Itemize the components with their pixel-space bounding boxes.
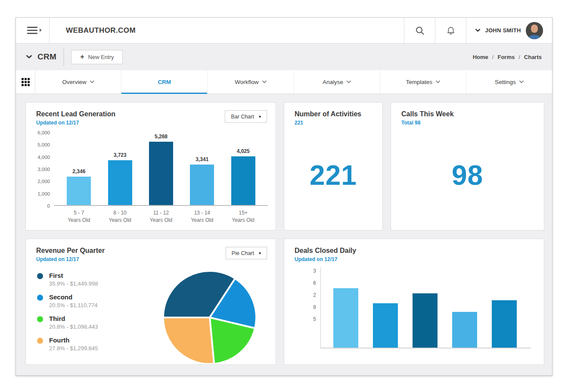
user-menu[interactable]: JOHN SMITH xyxy=(466,18,552,43)
legend-item-second: Second 20.5% - $1,110,774 xyxy=(37,293,152,308)
y-tick-label: 2 xyxy=(301,292,316,298)
card-revenue-per-quarter: Revenue Per Quarter Updated on 12/17 Pie… xyxy=(25,239,276,365)
bar: 2,346 xyxy=(62,133,95,205)
bar: 3,341 xyxy=(186,133,218,205)
card-title: Recent Lead Generation xyxy=(36,110,115,118)
y-tick-label: 5 xyxy=(301,317,316,322)
section-chevron-down-icon[interactable] xyxy=(26,55,32,59)
y-tick-label: 3 xyxy=(301,268,316,274)
card-subtitle: Updated on 12/17 xyxy=(295,256,356,262)
x-tick-label: 5 - 7Years Old xyxy=(62,209,95,224)
bar-plot-area: 2,3463,7235,2683,3414,025 xyxy=(54,133,268,206)
dropdown-triangle-icon: ▾ xyxy=(259,251,261,255)
legend-item-first: First 35.9% - $1,449.998 xyxy=(37,272,152,287)
card-number-of-activities: Number of Activities 221 221 xyxy=(284,102,383,230)
x-tick-label: 8 - 10Years Old xyxy=(104,209,137,224)
card-title: Number of Activities xyxy=(295,110,361,118)
tab-settings[interactable]: Settings xyxy=(466,70,552,93)
search-icon xyxy=(415,26,425,35)
x-axis-labels: 5 - 7Years Old8 - 10Years Old11 - 12Year… xyxy=(54,209,268,224)
tab-bar: Overview CRM Workflow Analyse Templates … xyxy=(16,70,552,94)
legend-item-third: Third 20.8% - $1,098,443 xyxy=(37,315,152,330)
bar xyxy=(452,312,477,348)
new-entry-button[interactable]: + New Entry xyxy=(71,50,123,64)
card-subtitle: Updated on 12/17 xyxy=(36,120,115,126)
card-title: Deals Closed Daily xyxy=(295,247,356,255)
bar xyxy=(373,303,398,348)
lead-generation-bar-chart: 6,0005,0004,0003,0002,0001,0000 2,3463,7… xyxy=(26,126,276,224)
activities-count: 221 xyxy=(284,159,382,191)
bar xyxy=(333,288,358,348)
legend-dot xyxy=(37,316,43,322)
search-button[interactable] xyxy=(404,18,435,43)
chevron-down-icon xyxy=(519,81,524,83)
card-calls-this-week: Calls This Week Total 98 98 xyxy=(391,102,544,230)
breadcrumb-separator: / xyxy=(518,54,520,60)
section-toolbar: CRM + New Entry Home / Forms / Charts xyxy=(16,44,552,70)
breadcrumb: Home / Forms / Charts xyxy=(473,54,542,60)
y-axis-labels: 6,0005,0004,0003,0002,0001,0000 xyxy=(31,133,54,206)
chevron-down-icon xyxy=(436,81,440,83)
pie-slice-fourth xyxy=(163,317,214,364)
notifications-button[interactable] xyxy=(435,18,466,43)
bar xyxy=(492,300,517,348)
y-axis-line xyxy=(320,268,321,348)
top-header: WEBAUTHOR.COM JOHN SMITH xyxy=(16,18,552,44)
tab-templates[interactable]: Templates xyxy=(380,70,466,93)
card-deals-closed-daily: Deals Closed Daily Updated on 12/17 3628… xyxy=(284,239,544,365)
card-subtitle: 221 xyxy=(295,120,361,126)
bell-icon xyxy=(446,25,456,36)
deals-bar-chart: 36285 xyxy=(299,268,534,361)
x-tick-label: 11 - 12Years Old xyxy=(145,209,177,224)
breadcrumb-forms[interactable]: Forms xyxy=(497,54,515,60)
app-window: WEBAUTHOR.COM JOHN SMITH CRM + New Entry xyxy=(16,17,552,376)
bar: 5,268 xyxy=(145,133,177,205)
apps-grid-icon xyxy=(22,78,30,86)
bar xyxy=(413,293,438,348)
section-title: CRM xyxy=(37,52,56,62)
legend-dot xyxy=(37,338,43,344)
chevron-down-icon xyxy=(262,81,267,83)
chart-type-select[interactable]: Bar Chart ▾ xyxy=(225,110,267,123)
legend-dot xyxy=(37,295,43,301)
x-tick-label: 15+Years Old xyxy=(227,209,260,224)
card-subtitle: Updated on 12/17 xyxy=(36,256,105,262)
site-title: WEBAUTHOR.COM xyxy=(50,18,404,43)
legend-item-fourth: Fourth 27.8% - $1,299,645 xyxy=(37,336,152,352)
dropdown-triangle-icon: ▾ xyxy=(259,114,261,119)
chevron-down-icon xyxy=(90,81,94,83)
card-recent-lead-generation: Recent Lead Generation Updated on 12/17 … xyxy=(25,102,276,230)
tab-overview[interactable]: Overview xyxy=(35,70,121,93)
tab-workflow[interactable]: Workflow xyxy=(208,70,294,93)
tab-analyse[interactable]: Analyse xyxy=(294,70,380,93)
card-title: Revenue Per Quarter xyxy=(36,247,105,255)
breadcrumb-charts[interactable]: Charts xyxy=(524,54,542,60)
y-tick-label: 8 xyxy=(301,305,316,310)
dashboard-content: Recent Lead Generation Updated on 12/17 … xyxy=(16,94,552,375)
plus-icon: + xyxy=(80,53,84,60)
calls-count: 98 xyxy=(391,159,544,191)
avatar xyxy=(526,22,543,39)
dotted-divider xyxy=(63,48,64,66)
y-tick-label: 6 xyxy=(301,280,316,286)
x-axis-line xyxy=(320,348,531,348)
bar: 3,723 xyxy=(104,133,137,205)
card-title: Calls This Week xyxy=(401,110,454,118)
legend-dot xyxy=(37,273,43,279)
chevron-down-icon xyxy=(347,81,351,83)
hamburger-icon xyxy=(27,27,38,34)
breadcrumb-separator: / xyxy=(492,54,494,60)
tab-crm[interactable]: CRM xyxy=(121,70,208,93)
chart-type-select[interactable]: Pie Chart ▾ xyxy=(226,247,267,259)
pie-legend: First 35.9% - $1,449.998 Second 20.5% - … xyxy=(37,268,152,365)
breadcrumb-home[interactable]: Home xyxy=(473,54,488,60)
bar: 4,025 xyxy=(227,133,260,205)
new-entry-label: New Entry xyxy=(88,54,114,60)
apps-grid-button[interactable] xyxy=(16,70,35,93)
card-subtitle: Total 98 xyxy=(401,120,454,126)
revenue-pie-chart xyxy=(161,268,259,365)
chevron-down-icon xyxy=(475,29,480,32)
user-name: JOHN SMITH xyxy=(485,27,521,34)
hamburger-menu-button[interactable] xyxy=(16,18,50,43)
x-tick-label: 13 - 14Years Old xyxy=(186,209,218,224)
